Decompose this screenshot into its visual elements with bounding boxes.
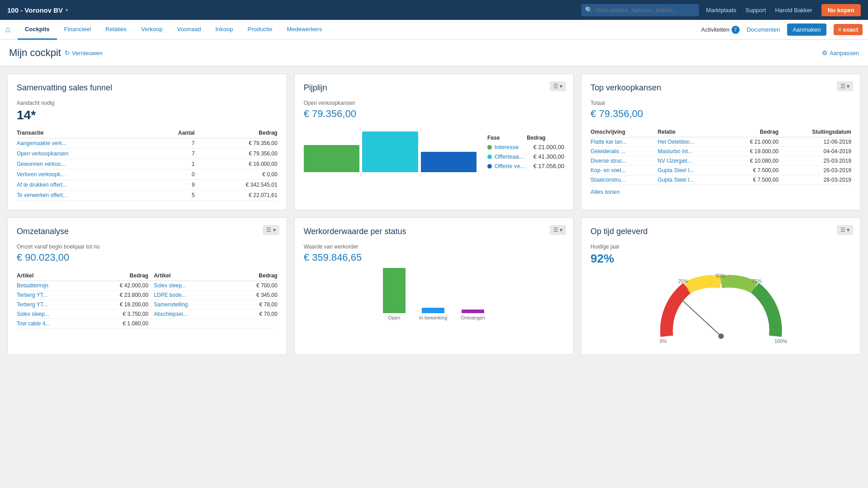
top-bar: 100 - Voronov BV ▾ 🔍 Marktplaats Support… [0, 0, 868, 20]
omzet-artikel1-link[interactable]: Tow cable 4... [17, 320, 50, 327]
top-relatie-link[interactable]: Masturbo Int... [658, 148, 693, 155]
nav-item-cockpits[interactable]: Cockpits [18, 20, 57, 40]
activiteiten-label: Activiteiten [701, 26, 730, 33]
company-chevron-icon[interactable]: ▾ [66, 8, 68, 13]
page-header-left: Mijn cockpit ↻ Vernieuwen [9, 47, 103, 59]
vernieuwen-label: Vernieuwen [72, 50, 103, 56]
table-row: Terberg YT... € 18.200,00 Samenstelling … [17, 300, 278, 310]
gauge-chart: 0% 25% 50% 75% 100% [653, 273, 789, 345]
nav-item-verkoop[interactable]: Verkoop [134, 20, 170, 40]
top-omschrijving-link[interactable]: Diverse struc... [590, 158, 627, 164]
op-tijd-card: Op tijd geleverd ☰ ▾ Huidige jaar 92% 0% [581, 217, 861, 355]
funnel-bedrag: € 79.356,00 [195, 149, 278, 159]
legend-dot [487, 155, 492, 159]
kopen-button[interactable]: Nu kopen [821, 4, 861, 16]
table-row: Solex sleep... € 3.750,00 Abschlepsei...… [17, 310, 278, 319]
top-verkoopkansen-menu-button[interactable]: ☰ ▾ [837, 81, 853, 91]
legend-label[interactable]: Offerteaa... [495, 153, 524, 160]
pijplijn-menu-button[interactable]: ☰ ▾ [550, 81, 566, 91]
werkorder-menu-button[interactable]: ☰ ▾ [550, 225, 566, 235]
top-verkoopkansen-card: Top verkoopkansen ☰ ▾ Totaal € 79.356,00… [581, 74, 861, 210]
werkorder-amount: € 359.846,65 [304, 252, 565, 263]
page-title: Mijn cockpit [9, 47, 61, 59]
omzet-artikel2-link[interactable]: Samenstelling [154, 301, 188, 308]
top-relatie-link[interactable]: Het Oeteldon... [658, 139, 694, 145]
top-omschrijving-link[interactable]: Platte kar lan... [590, 139, 627, 145]
svg-line-0 [679, 298, 721, 336]
top-omschrijving-link[interactable]: Kop- en voet... [590, 167, 626, 174]
top-verkoopkansen-subtitle: Totaal [590, 100, 851, 106]
top-bedrag: € 19.000,00 [726, 147, 779, 156]
werkorder-bar-group: Open [383, 268, 406, 320]
funnel-link[interactable]: Open verkoopkansen [17, 150, 68, 157]
search-input[interactable] [581, 4, 699, 16]
omzet-artikel2-link[interactable]: Solex sleep... [154, 282, 186, 289]
nav-item-relaties[interactable]: Relaties [98, 20, 134, 40]
omzetanalyse-subtitle: Omzet vanaf begin boekjaar tot nu [17, 244, 278, 250]
nav-item-productie[interactable]: Productie [241, 20, 280, 40]
op-tijd-menu-button[interactable]: ☰ ▾ [837, 225, 853, 235]
svg-text:75%: 75% [752, 278, 762, 284]
funnel-link[interactable]: Verloren verkoopk... [17, 171, 65, 178]
funnel-link[interactable]: Te verwerken offert... [17, 192, 67, 198]
home-icon[interactable]: ⌂ [5, 25, 10, 34]
svg-point-1 [718, 333, 724, 339]
omzet-artikel1-link[interactable]: Betaaltermijn [17, 282, 48, 289]
exact-logo: = exact [834, 24, 863, 35]
pijplijn-subtitle: Open verkoopkansen [304, 100, 565, 106]
nav-item-voorraad[interactable]: Voorraad [170, 20, 208, 40]
omzetanalyse-menu-button[interactable]: ☰ ▾ [263, 225, 279, 235]
omzet-artikel2-link[interactable]: Abschlepsei... [154, 311, 188, 317]
funnel-bedrag: € 22.071,61 [195, 190, 278, 201]
werkorder-bar [422, 308, 444, 313]
table-row: Betaaltermijn € 42.000,00 Solex sleep...… [17, 281, 278, 291]
attention-value: 14* [17, 108, 278, 122]
top-relatie-link[interactable]: Gupta Steel I... [658, 177, 694, 183]
op-tijd-title: Op tijd geleverd [590, 227, 851, 236]
documenten-link[interactable]: Documenten [747, 26, 780, 33]
table-row: Aangemaakte verk... 7 € 79.356,00 [17, 138, 278, 149]
top-relatie-link[interactable]: NV IJzergiet... [658, 158, 692, 164]
legend-dot [487, 164, 492, 169]
legend-label[interactable]: Interesse [495, 144, 519, 150]
col-aantal: Aantal [151, 128, 195, 138]
pijplijn-chart-area: Fase Bedrag Interesse € 21.000,00 Offert… [304, 127, 565, 172]
aanmaken-button[interactable]: Aanmaken [787, 23, 826, 36]
funnel-link[interactable]: Af te drukken offert... [17, 182, 67, 188]
aanpassen-button[interactable]: ⚙ Aanpassen [822, 49, 859, 56]
funnel-aantal: 0 [151, 169, 195, 180]
nav-item-inkoop[interactable]: Inkoop [208, 20, 240, 40]
omzet-artikel1-link[interactable]: Solex sleep... [17, 311, 49, 317]
top-omschrijving-link[interactable]: Staalconstru... [590, 177, 625, 183]
gauge-container: 0% 25% 50% 75% 100% [590, 273, 851, 345]
nav-bar: ⌂ Cockpits Financieel Relaties Verkoop V… [0, 20, 868, 40]
activiteiten-link[interactable]: Activiteiten 7 [701, 26, 740, 34]
funnel-bedrag: € 16.000,00 [195, 159, 278, 169]
omzet-artikel2-link[interactable]: LDPE bode... [154, 292, 186, 298]
top-bedrag: € 10.080,00 [726, 156, 779, 166]
col-relatie: Relatie [658, 127, 726, 137]
omzet-bedrag2: € 700,00 [232, 281, 277, 291]
nav-item-medewerkers[interactable]: Medewerkers [279, 20, 329, 40]
werkorder-bar [383, 268, 406, 313]
top-relatie-link[interactable]: Gupta Steel I... [658, 167, 694, 174]
omzet-artikel1-link[interactable]: Terberg YT... [17, 292, 47, 298]
funnel-bedrag: € 79.356,00 [195, 138, 278, 149]
top-omschrijving-link[interactable]: Geleiderails ... [590, 148, 625, 155]
top-datum: 25-03-2019 [778, 156, 851, 166]
table-row: Tow cable 4... € 1.080,00 [17, 319, 278, 328]
top-datum: 28-03-2019 [778, 175, 851, 185]
marktplaats-button[interactable]: Marktplaats [706, 7, 736, 14]
pijplijn-card: Pijplijn ☰ ▾ Open verkoopkansen € 79.356… [294, 74, 574, 210]
sales-funnel-title: Samenvatting sales funnel [17, 83, 278, 93]
werkorder-card: Werkorderwaarde per status ☰ ▾ Waarde va… [294, 217, 574, 355]
alles-tonen-link[interactable]: Alles tonen [590, 188, 619, 195]
nav-item-financieel[interactable]: Financieel [57, 20, 98, 40]
legend-label[interactable]: Offerte ve... [495, 163, 525, 169]
omzet-artikel1-link[interactable]: Terberg YT... [17, 301, 47, 308]
support-button[interactable]: Support [745, 7, 766, 14]
funnel-link[interactable]: Gewonnen verkoo... [17, 161, 65, 167]
vernieuwen-button[interactable]: ↻ Vernieuwen [65, 49, 103, 56]
funnel-link[interactable]: Aangemaakte verk... [17, 140, 66, 146]
top-bar-nav: Marktplaats Support Harold Bakker Nu kop… [706, 4, 861, 16]
